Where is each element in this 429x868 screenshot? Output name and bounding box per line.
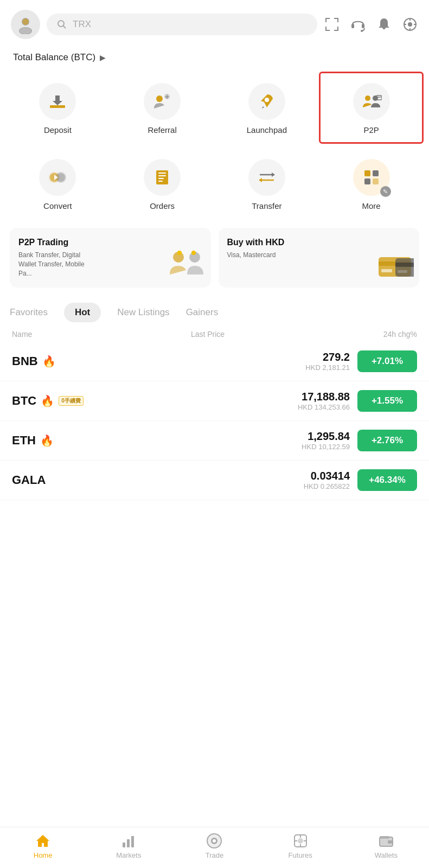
fire-icon-eth: 🔥 <box>40 434 54 447</box>
change-badge-btc[interactable]: +1.55% <box>357 390 417 412</box>
change-badge-eth[interactable]: +2.76% <box>357 430 417 451</box>
fullscreen-icon[interactable] <box>324 16 340 33</box>
orders-icon <box>152 167 172 188</box>
action-orders[interactable]: Orders <box>110 149 215 218</box>
svg-point-69 <box>213 839 216 843</box>
nav-trade-label: Trade <box>206 851 223 859</box>
tab-gainers[interactable]: Gainers <box>186 303 219 322</box>
balance-arrow: ▶ <box>100 53 106 62</box>
coin-name-btc: BTC 🔥 0手續費 <box>12 394 162 408</box>
table-row[interactable]: GALA 0.03414 HKD 0.265822 +46.34% <box>0 461 429 500</box>
svg-point-3 <box>20 28 31 34</box>
svg-rect-40 <box>158 173 166 174</box>
nav-futures-label: Futures <box>289 851 312 859</box>
headset-icon[interactable] <box>350 16 366 33</box>
svg-point-26 <box>156 95 163 102</box>
tab-hot[interactable]: Hot <box>64 303 101 322</box>
nav-trade[interactable]: Trade <box>193 833 236 859</box>
svg-point-4 <box>58 21 64 27</box>
table-row[interactable]: ETH 🔥 1,295.84 HKD 10,122.59 +2.76% <box>0 421 429 461</box>
table-row[interactable]: BNB 🔥 279.2 HKD 2,181.21 +7.01% <box>0 342 429 381</box>
promo-hkd-image <box>376 253 414 282</box>
bell-icon[interactable] <box>376 16 392 33</box>
svg-rect-14 <box>351 24 354 28</box>
fire-icon-btc: 🔥 <box>41 394 54 407</box>
svg-rect-48 <box>364 170 370 176</box>
svg-marker-25 <box>53 101 62 105</box>
nav-home[interactable]: Home <box>21 833 65 859</box>
more-label: More <box>362 201 381 210</box>
svg-rect-11 <box>325 27 326 31</box>
action-more[interactable]: ✎ More <box>319 149 424 218</box>
price-col-bnb: 279.2 HKD 2,181.21 <box>162 351 357 372</box>
action-deposit[interactable]: Deposit <box>5 72 110 144</box>
home-icon <box>35 833 51 849</box>
promo-hkd[interactable]: Buy with HKD Visa, Mastercard <box>219 228 420 288</box>
futures-icon <box>292 833 309 849</box>
p2p-label: P2P <box>363 125 379 135</box>
coin-name-bnb: BNB 🔥 <box>12 354 162 368</box>
promo-p2p[interactable]: P2P Trading Bank Transfer, Digital Walle… <box>10 228 211 288</box>
fire-icon: 🔥 <box>42 355 56 368</box>
more-icon <box>361 167 382 188</box>
promo-hkd-title: Buy with HKD <box>227 238 411 247</box>
svg-point-55 <box>191 251 196 255</box>
svg-rect-79 <box>380 836 389 839</box>
trade-icon <box>206 833 222 849</box>
svg-rect-61 <box>398 270 407 273</box>
market-tabs: Favorites Hot New Listings Gainers <box>0 299 429 326</box>
zero-fee-badge: 0手續費 <box>59 396 84 406</box>
svg-rect-60 <box>395 263 414 267</box>
change-badge-gala[interactable]: +46.34% <box>357 469 417 491</box>
tag-icon[interactable] <box>402 16 418 33</box>
action-convert[interactable]: Convert <box>5 149 110 218</box>
svg-marker-62 <box>36 835 49 847</box>
svg-rect-65 <box>131 836 134 847</box>
col-last-price: Last Price <box>191 330 225 339</box>
price-col-btc: 17,188.88 HKD 134,253.66 <box>162 391 357 411</box>
action-transfer[interactable]: Transfer <box>215 149 319 218</box>
coin-name-gala: GALA <box>12 473 162 487</box>
nav-futures[interactable]: Futures <box>279 833 322 859</box>
convert-label: Convert <box>43 201 72 210</box>
nav-markets[interactable]: Markets <box>107 833 150 859</box>
nav-markets-label: Markets <box>116 851 141 859</box>
bottom-nav: Home Markets Trade Futures <box>0 827 429 868</box>
svg-rect-58 <box>381 269 392 272</box>
promo-p2p-title: P2P Trading <box>18 238 202 247</box>
promo-section: P2P Trading Bank Transfer, Digital Walle… <box>0 218 429 297</box>
change-badge-bnb[interactable]: +7.01% <box>357 350 417 372</box>
market-list: BNB 🔥 279.2 HKD 2,181.21 +7.01% BTC 🔥 0手… <box>0 342 429 500</box>
action-launchpad[interactable]: Launchpad <box>215 72 319 144</box>
svg-marker-47 <box>259 178 262 182</box>
convert-icon <box>47 167 68 188</box>
nav-wallets[interactable]: Wallets <box>364 833 408 859</box>
tab-favorites[interactable]: Favorites <box>10 303 48 322</box>
svg-rect-13 <box>337 27 338 31</box>
svg-point-16 <box>361 30 363 32</box>
header-icons <box>324 16 418 33</box>
svg-rect-15 <box>362 24 364 28</box>
avatar[interactable] <box>11 10 40 39</box>
action-p2p[interactable]: P2P <box>319 72 424 144</box>
action-referral[interactable]: + Referral <box>110 72 215 144</box>
promo-hkd-desc: Visa, Mastercard <box>227 251 298 260</box>
col-name: Name <box>12 330 32 339</box>
search-bar[interactable]: TRX <box>47 14 317 35</box>
transfer-label: Transfer <box>252 201 281 210</box>
svg-rect-41 <box>158 175 166 176</box>
table-row[interactable]: BTC 🔥 0手續費 17,188.88 HKD 134,253.66 +1.5… <box>0 381 429 421</box>
svg-rect-39 <box>156 170 168 184</box>
svg-rect-59 <box>395 258 414 277</box>
price-col-gala: 0.03414 HKD 0.265822 <box>162 470 357 490</box>
launchpad-icon <box>257 91 277 112</box>
deposit-label: Deposit <box>44 125 72 135</box>
referral-icon: + <box>152 91 172 112</box>
col-chg: 24h chg% <box>383 330 417 339</box>
svg-line-5 <box>63 26 66 29</box>
transfer-icon <box>257 167 277 188</box>
balance-section[interactable]: Total Balance (BTC) ▶ <box>0 44 429 66</box>
tab-new-listings[interactable]: New Listings <box>117 303 169 322</box>
svg-point-71 <box>298 838 303 844</box>
svg-rect-7 <box>325 18 326 22</box>
